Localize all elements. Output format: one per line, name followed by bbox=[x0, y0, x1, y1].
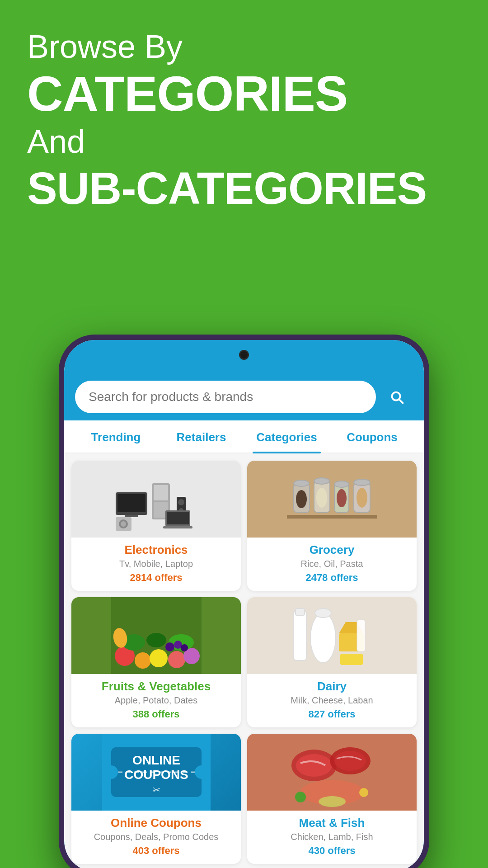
categories-grid: Electronics Tv, Mobile, Laptop 2814 offe… bbox=[71, 461, 417, 864]
electronics-svg bbox=[111, 465, 202, 533]
category-name-grocery: Grocery bbox=[253, 543, 410, 557]
svg-point-36 bbox=[146, 633, 166, 647]
coupons-svg: ONLINE COUPONS ✂ bbox=[102, 734, 211, 811]
svg-text:ONLINE: ONLINE bbox=[132, 753, 180, 767]
category-card-dairy[interactable]: Dairy Milk, Cheese, Laban 827 offers bbox=[247, 597, 417, 727]
category-name-coupons: Online Coupons bbox=[78, 816, 235, 830]
category-offers-dairy: 827 offers bbox=[253, 708, 410, 720]
svg-rect-50 bbox=[357, 620, 365, 651]
svg-point-32 bbox=[150, 649, 168, 667]
category-card-electronics[interactable]: Electronics Tv, Mobile, Laptop 2814 offe… bbox=[71, 461, 241, 591]
category-offers-grocery: 2478 offers bbox=[253, 572, 410, 584]
category-info-fruits: Fruits & Vegetables Apple, Potato, Dates… bbox=[71, 674, 241, 727]
category-card-meat[interactable]: Meat & Fish Chicken, Lamb, Fish 430 offe… bbox=[247, 734, 417, 864]
sub-categories-title: SUB-CATEGORIES bbox=[27, 163, 461, 213]
category-sub-grocery: Rice, Oil, Pasta bbox=[253, 559, 410, 569]
svg-point-19 bbox=[296, 490, 307, 508]
svg-point-25 bbox=[337, 489, 347, 507]
category-card-coupons[interactable]: ONLINE COUPONS ✂ Online Coupons Coupons,… bbox=[71, 734, 241, 864]
categories-scroll: Electronics Tv, Mobile, Laptop 2814 offe… bbox=[64, 453, 424, 868]
svg-point-66 bbox=[359, 788, 368, 797]
tab-coupons[interactable]: Coupons bbox=[329, 420, 415, 453]
svg-point-11 bbox=[121, 521, 126, 527]
category-name-dairy: Dairy bbox=[253, 679, 410, 693]
svg-point-41 bbox=[181, 644, 188, 651]
svg-point-45 bbox=[310, 613, 336, 663]
hero-section: Browse By CATEGORIES And SUB-CATEGORIES bbox=[27, 27, 461, 213]
svg-point-54 bbox=[195, 765, 208, 779]
svg-point-39 bbox=[165, 642, 174, 651]
category-card-fruits[interactable]: Fruits & Vegetables Apple, Potato, Dates… bbox=[71, 597, 241, 727]
category-image-dairy bbox=[247, 597, 417, 674]
tab-categories[interactable]: Categories bbox=[244, 420, 329, 453]
browse-by-label: Browse By bbox=[27, 27, 461, 66]
category-info-dairy: Dairy Milk, Cheese, Laban 827 offers bbox=[247, 674, 417, 727]
category-info-meat: Meat & Fish Chicken, Lamb, Fish 430 offe… bbox=[247, 811, 417, 864]
category-offers-meat: 430 offers bbox=[253, 845, 410, 857]
app-content: Trending Retailers Categories Coupons bbox=[64, 372, 424, 868]
category-sub-electronics: Tv, Mobile, Laptop bbox=[78, 559, 235, 569]
svg-rect-1 bbox=[117, 494, 145, 512]
svg-point-21 bbox=[314, 478, 329, 484]
svg-rect-4 bbox=[154, 485, 168, 500]
phone-mockup: Trending Retailers Categories Coupons bbox=[59, 335, 429, 868]
category-offers-fruits: 388 offers bbox=[78, 708, 235, 720]
svg-text:✂: ✂ bbox=[152, 784, 160, 796]
search-input[interactable] bbox=[75, 381, 376, 413]
category-name-fruits: Fruits & Vegetables bbox=[78, 679, 235, 693]
category-info-grocery: Grocery Rice, Oil, Pasta 2478 offers bbox=[247, 538, 417, 591]
svg-rect-2 bbox=[125, 515, 138, 517]
svg-rect-13 bbox=[167, 512, 189, 524]
category-image-meat bbox=[247, 734, 417, 811]
tab-retailers[interactable]: Retailers bbox=[159, 420, 244, 453]
category-info-coupons: Online Coupons Coupons, Deals, Promo Cod… bbox=[71, 811, 241, 864]
dairy-svg bbox=[287, 597, 377, 674]
tabs-container: Trending Retailers Categories Coupons bbox=[64, 420, 424, 453]
phone-screen: Trending Retailers Categories Coupons bbox=[64, 340, 424, 868]
and-label: And bbox=[27, 121, 461, 163]
category-name-meat: Meat & Fish bbox=[253, 816, 410, 830]
svg-rect-43 bbox=[294, 611, 306, 660]
category-offers-electronics: 2814 offers bbox=[78, 572, 235, 584]
svg-rect-14 bbox=[163, 526, 192, 528]
svg-rect-49 bbox=[340, 654, 363, 665]
phone-header bbox=[64, 340, 424, 372]
svg-rect-16 bbox=[287, 515, 377, 519]
category-sub-coupons: Coupons, Deals, Promo Codes bbox=[78, 832, 235, 842]
category-card-grocery[interactable]: Grocery Rice, Oil, Pasta 2478 offers bbox=[247, 461, 417, 591]
category-sub-meat: Chicken, Lamb, Fish bbox=[253, 832, 410, 842]
svg-point-27 bbox=[354, 479, 370, 486]
category-image-electronics bbox=[71, 461, 241, 538]
svg-point-31 bbox=[135, 652, 151, 669]
category-image-coupons: ONLINE COUPONS ✂ bbox=[71, 734, 241, 811]
svg-rect-44 bbox=[296, 609, 305, 615]
search-icon bbox=[389, 389, 405, 405]
svg-point-18 bbox=[294, 480, 309, 486]
category-sub-dairy: Milk, Cheese, Laban bbox=[253, 695, 410, 706]
svg-point-33 bbox=[168, 651, 185, 668]
tab-trending[interactable]: Trending bbox=[73, 420, 159, 453]
category-name-electronics: Electronics bbox=[78, 543, 235, 557]
search-bar-container bbox=[64, 372, 424, 420]
grocery-svg bbox=[287, 465, 377, 533]
category-image-fruits bbox=[71, 597, 241, 674]
svg-point-65 bbox=[295, 792, 306, 802]
svg-point-63 bbox=[334, 751, 366, 771]
fruits-svg bbox=[111, 597, 202, 674]
svg-point-53 bbox=[104, 765, 118, 779]
categories-title: CATEGORIES bbox=[27, 66, 461, 121]
svg-point-28 bbox=[357, 488, 367, 508]
svg-point-7 bbox=[178, 499, 184, 505]
svg-point-67 bbox=[319, 796, 346, 807]
meat-svg bbox=[287, 734, 377, 811]
svg-point-46 bbox=[315, 609, 331, 618]
svg-point-61 bbox=[296, 754, 332, 777]
category-info-electronics: Electronics Tv, Mobile, Laptop 2814 offe… bbox=[71, 538, 241, 591]
category-sub-fruits: Apple, Potato, Dates bbox=[78, 695, 235, 706]
category-offers-coupons: 403 offers bbox=[78, 845, 235, 857]
search-button[interactable] bbox=[380, 381, 413, 413]
svg-point-22 bbox=[316, 488, 327, 508]
category-image-grocery bbox=[247, 461, 417, 538]
svg-point-24 bbox=[334, 481, 349, 487]
svg-text:COUPONS: COUPONS bbox=[124, 768, 188, 782]
